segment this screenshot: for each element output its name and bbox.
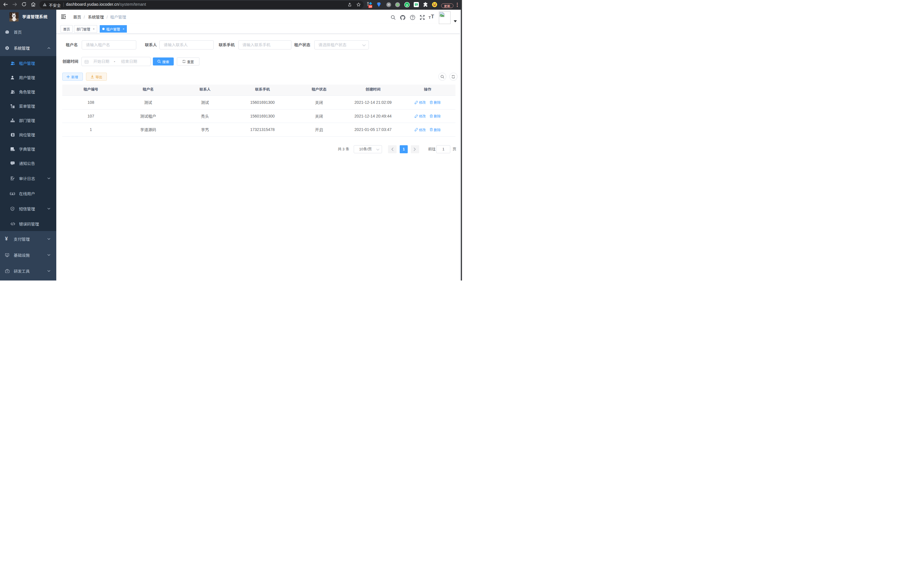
svg-text:⌘: ⌘ (387, 3, 390, 6)
svg-text:10: 10 (369, 5, 372, 8)
svg-text:y: y (406, 3, 408, 7)
